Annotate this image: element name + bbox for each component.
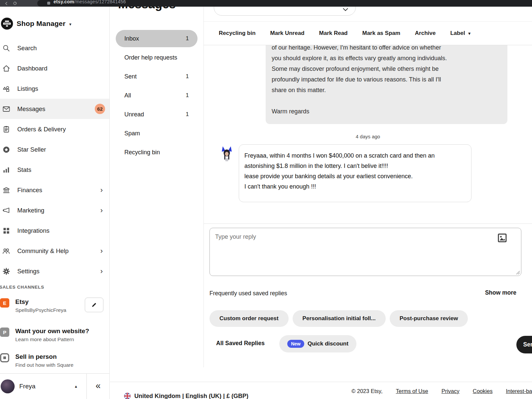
folder-inbox[interactable]: Inbox 1: [116, 30, 198, 47]
message-toolbar: Recycling bin Mark Unread Mark Read Mark…: [204, 21, 532, 45]
message-scroll-area[interactable]: of our heritage. However, I'm hesitant t…: [204, 45, 532, 223]
reply-textarea[interactable]: [209, 228, 521, 276]
grid-icon: [2, 226, 15, 235]
browser-nav-controls[interactable]: [0, 0, 37, 7]
page-footer: United Kingdom | English (UK) | £ (GBP) …: [110, 382, 532, 399]
saved-reply-post-purchase-review[interactable]: Post-purchase review: [390, 310, 468, 327]
collapse-sidebar-button[interactable]: «: [86, 374, 109, 399]
folder-count: 1: [186, 111, 189, 118]
caret-up-icon: ▲: [74, 384, 78, 388]
quick-discount-button[interactable]: New Quick discount: [279, 335, 356, 352]
sidebar-item-settings[interactable]: Settings ›: [0, 261, 109, 281]
folder-order-help-requests[interactable]: Order help requests: [116, 49, 198, 66]
chevron-down-icon: [343, 8, 348, 11]
mark-unread-button[interactable]: Mark Unread: [270, 30, 305, 37]
recycling-bin-button[interactable]: Recycling bin: [219, 30, 256, 37]
browser-bar: etsy.com/messages/1272841456: [0, 0, 532, 7]
pencil-icon: [91, 302, 97, 308]
folder-spam[interactable]: Spam: [116, 125, 198, 142]
interest-based-ads-link[interactable]: Interest-based ads: [506, 388, 532, 394]
sidebar-item-star-seller[interactable]: Star Seller: [0, 139, 109, 160]
chevron-right-icon: ›: [100, 187, 103, 194]
sidebar-item-integrations[interactable]: Integrations: [0, 220, 109, 241]
attach-image-icon[interactable]: [498, 233, 507, 242]
saved-replies-title: Frequently used saved replies: [209, 290, 287, 297]
folder-all[interactable]: All 1: [116, 87, 198, 104]
copyright-text: © 2023 Etsy,: [351, 388, 382, 394]
outgoing-message-bubble: of our heritage. However, I'm hesitant t…: [266, 45, 507, 124]
home-icon: [2, 64, 15, 73]
shop-manager-title: Shop Manager: [17, 20, 66, 28]
megaphone-icon: [2, 206, 15, 215]
pattern-icon: P: [0, 328, 9, 337]
people-icon: [2, 247, 15, 255]
terms-of-use-link[interactable]: Terms of Use: [396, 388, 428, 394]
send-button[interactable]: Send: [516, 336, 532, 353]
square-promo[interactable]: Sell in person Find out how with Square: [0, 353, 73, 368]
square-subtitle: Find out how with Square: [15, 362, 73, 368]
new-badge: New: [287, 340, 304, 348]
folder-count: 1: [186, 92, 189, 99]
shop-manager-menu[interactable]: Shop Manager ▼: [0, 11, 109, 36]
sidebar-item-marketing[interactable]: Marketing ›: [0, 200, 109, 220]
all-saved-replies-link[interactable]: All Saved Replies: [216, 340, 265, 347]
pattern-promo[interactable]: P Want your own website? Learn more abou…: [0, 328, 89, 342]
shapes-icon: [2, 84, 15, 93]
folder-list: Inbox 1 Order help requests Sent 1 All 1…: [116, 30, 198, 163]
double-chevron-left-icon: «: [95, 381, 100, 391]
sidebar-item-orders-delivery[interactable]: Orders & Delivery: [0, 119, 109, 139]
gear-icon: [2, 267, 15, 276]
shop-manager-logo-icon: [1, 17, 13, 30]
envelope-icon: [2, 105, 15, 113]
search-icon: [2, 44, 15, 53]
site-permission-icon: [47, 2, 50, 5]
sidebar-item-search[interactable]: Search: [0, 38, 109, 58]
mark-as-spam-button[interactable]: Mark as Spam: [362, 30, 400, 37]
archive-button[interactable]: Archive: [415, 30, 436, 37]
folder-unread[interactable]: Unread 1: [116, 106, 198, 123]
chevron-right-icon: ›: [100, 268, 103, 275]
resize-handle[interactable]: [515, 270, 520, 275]
bar-chart-icon: [2, 166, 15, 174]
saved-replies-row: Custom order request Personalisation ini…: [209, 310, 468, 327]
address-bar[interactable]: etsy.com/messages/1272841456: [37, 0, 532, 7]
sidebar-item-finances[interactable]: Finances ›: [0, 180, 109, 200]
chevron-down-icon: ▼: [68, 22, 72, 26]
clipboard-icon: [2, 125, 15, 134]
buyer-avatar: [222, 146, 232, 162]
label-menu-button[interactable]: Label ▼: [450, 30, 471, 37]
saved-reply-custom-order-request[interactable]: Custom order request: [209, 310, 289, 327]
sidebar-item-stats[interactable]: Stats: [0, 160, 109, 180]
mark-read-button[interactable]: Mark Read: [319, 30, 348, 37]
saved-reply-personalisation-follow-up[interactable]: Personalisation initial foll...: [293, 310, 386, 327]
sidebar-item-dashboard[interactable]: Dashboard: [0, 58, 109, 78]
cookies-link[interactable]: Cookies: [473, 388, 493, 394]
messages-unread-badge: 62: [95, 104, 105, 114]
sales-channel-etsy[interactable]: E Etsy SpellsByPsychicFreya: [0, 298, 66, 313]
show-more-link[interactable]: Show more: [485, 289, 516, 296]
locale-text: United Kingdom | English (UK) | £ (GBP): [134, 393, 248, 399]
bank-icon: [2, 186, 15, 195]
folder-sent[interactable]: Sent 1: [116, 68, 198, 85]
back-icon[interactable]: [5, 2, 8, 5]
reload-icon[interactable]: [13, 1, 17, 5]
sales-channels-header: SALES CHANNELS: [0, 285, 44, 290]
incoming-message-bubble: Freyaaa, within 4 months I won $400,000 …: [239, 144, 471, 202]
star-seal-icon: [2, 145, 15, 154]
etsy-channel-name: Etsy: [15, 298, 66, 306]
etsy-shop-name: SpellsByPsychicFreya: [15, 307, 66, 313]
sidebar-item-community-help[interactable]: Community & Help ›: [0, 241, 109, 261]
sidebar-user-bar: Freya ▲ «: [0, 373, 109, 399]
user-menu[interactable]: Freya ▲: [0, 374, 86, 399]
folder-recycling-bin[interactable]: Recycling bin: [116, 144, 198, 161]
privacy-link[interactable]: Privacy: [442, 388, 460, 394]
sidebar-item-listings[interactable]: Listings: [0, 78, 109, 99]
edit-shop-button[interactable]: [85, 298, 103, 312]
user-name: Freya: [19, 383, 36, 390]
locale-picker[interactable]: United Kingdom | English (UK) | £ (GBP): [124, 393, 248, 399]
sidebar-item-messages[interactable]: Messages 62: [0, 99, 109, 119]
conversation-panel: Recycling bin Mark Unread Mark Read Mark…: [203, 7, 532, 399]
square-title: Sell in person: [15, 353, 73, 360]
user-avatar: [1, 379, 15, 393]
reply-composer: [209, 228, 521, 276]
